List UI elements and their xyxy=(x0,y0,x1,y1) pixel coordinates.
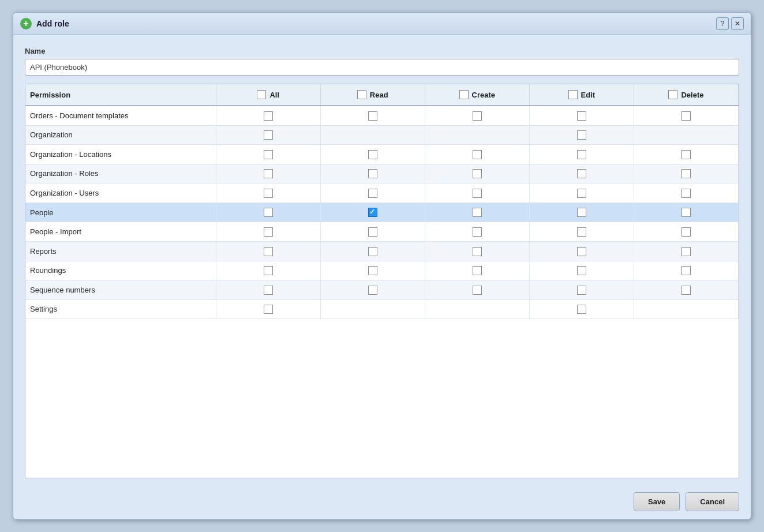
cell-create xyxy=(425,106,529,125)
cell-create xyxy=(425,145,529,164)
checkbox-delete[interactable] xyxy=(681,169,691,178)
checkbox-edit[interactable] xyxy=(577,286,586,295)
permission-name: Sequence numbers xyxy=(25,280,216,300)
checkbox-delete[interactable] xyxy=(681,227,691,237)
add-role-dialog: + Add role ? ✕ Name Permission xyxy=(13,12,751,520)
checkbox-read[interactable] xyxy=(368,208,377,217)
checkbox-all[interactable] xyxy=(264,266,273,275)
cell-all xyxy=(216,145,320,164)
checkbox-all[interactable] xyxy=(264,189,273,198)
cell-delete xyxy=(634,183,738,203)
table-row: Orders - Document templates xyxy=(25,106,739,125)
checkbox-delete[interactable] xyxy=(681,189,691,198)
checkbox-edit[interactable] xyxy=(577,266,586,275)
permissions-table: Permission All Read xyxy=(25,84,739,319)
cell-read xyxy=(320,183,425,203)
checkbox-read[interactable] xyxy=(368,189,377,198)
checkbox-delete[interactable] xyxy=(681,208,691,217)
table-row: Organization - Roles xyxy=(25,164,739,183)
cell-all xyxy=(216,241,320,261)
checkbox-all[interactable] xyxy=(264,150,273,159)
cell-all xyxy=(216,280,320,300)
name-input[interactable] xyxy=(25,59,739,76)
header-edit-checkbox[interactable] xyxy=(568,90,578,99)
checkbox-read[interactable] xyxy=(368,286,377,295)
cell-create xyxy=(425,241,529,261)
table-row: Settings xyxy=(25,299,739,319)
checkbox-create[interactable] xyxy=(473,227,482,237)
checkbox-edit[interactable] xyxy=(577,247,586,256)
checkbox-all[interactable] xyxy=(264,208,273,217)
checkbox-delete[interactable] xyxy=(681,286,691,295)
checkbox-edit[interactable] xyxy=(577,130,586,140)
checkbox-all[interactable] xyxy=(264,169,273,178)
header-delete-checkbox[interactable] xyxy=(668,90,677,99)
cell-edit xyxy=(529,145,634,164)
checkbox-create[interactable] xyxy=(473,150,482,159)
checkbox-edit[interactable] xyxy=(577,169,586,178)
header-create-checkbox[interactable] xyxy=(459,90,469,99)
title-bar-left: + Add role xyxy=(20,18,69,29)
checkbox-edit[interactable] xyxy=(577,208,586,217)
checkbox-create[interactable] xyxy=(473,208,482,217)
checkbox-edit[interactable] xyxy=(577,189,586,198)
cell-delete xyxy=(634,261,738,280)
checkbox-all[interactable] xyxy=(264,247,273,256)
permission-name: Reports xyxy=(25,241,216,261)
checkbox-create[interactable] xyxy=(473,111,482,121)
table-row: Reports xyxy=(25,241,739,261)
cell-delete xyxy=(634,203,738,222)
cell-edit xyxy=(529,106,634,125)
header-all-checkbox[interactable] xyxy=(257,90,266,99)
checkbox-read[interactable] xyxy=(368,266,377,275)
checkbox-edit[interactable] xyxy=(577,111,586,121)
table-row: People - Import xyxy=(25,222,739,242)
checkbox-all[interactable] xyxy=(264,130,273,140)
permission-name: Settings xyxy=(25,299,216,319)
cell-delete xyxy=(634,125,738,145)
cell-all xyxy=(216,106,320,125)
cell-delete xyxy=(634,164,738,183)
checkbox-read[interactable] xyxy=(368,247,377,256)
checkbox-delete[interactable] xyxy=(681,266,691,275)
checkbox-all[interactable] xyxy=(264,286,273,295)
cell-edit xyxy=(529,203,634,222)
checkbox-delete[interactable] xyxy=(681,150,691,159)
cell-all xyxy=(216,203,320,222)
header-read-checkbox[interactable] xyxy=(357,90,366,99)
checkbox-create[interactable] xyxy=(473,247,482,256)
permission-name: Organization - Locations xyxy=(25,145,216,164)
checkbox-delete[interactable] xyxy=(681,247,691,256)
checkbox-edit[interactable] xyxy=(577,227,586,237)
checkbox-all[interactable] xyxy=(264,227,273,237)
cell-edit xyxy=(529,299,634,319)
table-row: Organization - Locations xyxy=(25,145,739,164)
cell-all xyxy=(216,261,320,280)
cancel-button[interactable]: Cancel xyxy=(686,492,739,511)
cell-all xyxy=(216,125,320,145)
cell-create xyxy=(425,183,529,203)
table-row: Organization - Users xyxy=(25,183,739,203)
checkbox-all[interactable] xyxy=(264,111,273,121)
checkbox-all[interactable] xyxy=(264,305,273,314)
permission-name: Roundings xyxy=(25,261,216,280)
help-button[interactable]: ? xyxy=(716,17,729,30)
checkbox-create[interactable] xyxy=(473,189,482,198)
checkbox-read[interactable] xyxy=(368,111,377,121)
checkbox-read[interactable] xyxy=(368,169,377,178)
cell-read xyxy=(320,125,425,145)
checkbox-delete[interactable] xyxy=(681,111,691,121)
cell-delete xyxy=(634,222,738,242)
checkbox-edit[interactable] xyxy=(577,150,586,159)
save-button[interactable]: Save xyxy=(634,492,680,511)
checkbox-create[interactable] xyxy=(473,266,482,275)
table-row: People xyxy=(25,203,739,222)
checkbox-read[interactable] xyxy=(368,150,377,159)
checkbox-create[interactable] xyxy=(473,286,482,295)
col-all: All xyxy=(216,84,320,106)
checkbox-read[interactable] xyxy=(368,227,377,237)
checkbox-create[interactable] xyxy=(473,169,482,178)
title-bar: + Add role ? ✕ xyxy=(13,13,751,35)
checkbox-edit[interactable] xyxy=(577,305,586,314)
close-button[interactable]: ✕ xyxy=(731,17,744,30)
